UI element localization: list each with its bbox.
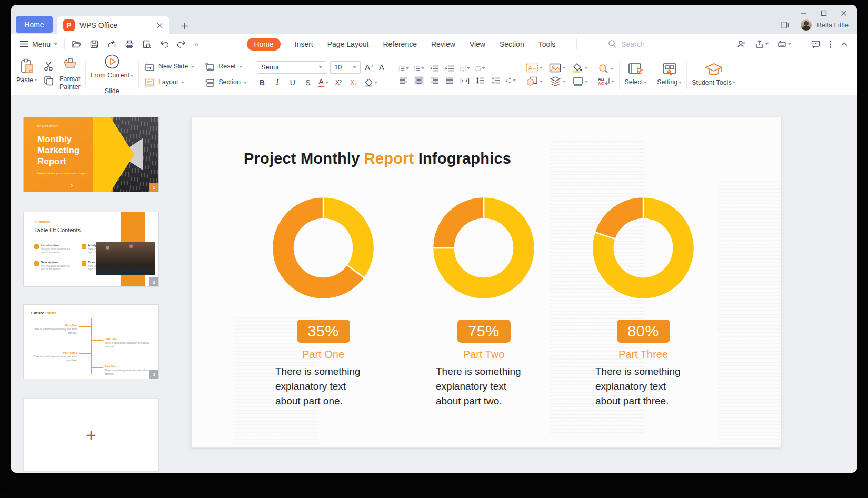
align-center-button[interactable]: [414, 76, 424, 85]
find-button[interactable]: [598, 64, 615, 74]
maximize-icon[interactable]: [820, 9, 827, 17]
menu-button[interactable]: Menu: [19, 40, 57, 48]
comment-icon[interactable]: [811, 39, 821, 49]
decrease-indent-button[interactable]: [430, 64, 440, 73]
search-input[interactable]: [621, 40, 726, 48]
slide-thumbnail-3[interactable]: Future Plans Part OneThere is something …: [23, 304, 159, 379]
tab-tools[interactable]: Tools: [538, 40, 556, 48]
clear-format-button[interactable]: [364, 77, 377, 88]
output-icon[interactable]: [107, 39, 117, 49]
copy-icon[interactable]: [43, 75, 54, 86]
document-tab-title: WPS Office: [79, 21, 152, 29]
increase-font-button[interactable]: A⁺: [364, 62, 375, 73]
share-button[interactable]: [755, 39, 769, 49]
insert-shape-button[interactable]: [526, 76, 543, 86]
font-family-select[interactable]: Seoui: [257, 61, 326, 74]
strikethrough-button[interactable]: S: [303, 77, 313, 88]
tab-section[interactable]: Section: [500, 40, 524, 48]
setting-button[interactable]: Setting: [657, 63, 682, 86]
justify-button[interactable]: [445, 76, 455, 85]
redo-icon[interactable]: [177, 39, 186, 49]
font-size-select[interactable]: 10: [330, 61, 361, 74]
new-tab-button[interactable]: [181, 22, 188, 30]
tab-view[interactable]: View: [470, 40, 485, 48]
format-painter-button[interactable]: FarmatPainter: [59, 58, 81, 91]
paragraph-spacing-button[interactable]: [491, 76, 501, 85]
more-tools-icon[interactable]: »: [194, 39, 198, 48]
add-slide-thumbnail[interactable]: +: [23, 398, 159, 472]
numbered-list-button[interactable]: 123: [414, 64, 424, 73]
tab-insert[interactable]: Insert: [295, 40, 313, 48]
text-box-outline-button[interactable]: [475, 64, 485, 73]
undo-icon[interactable]: [159, 39, 169, 49]
outline-style-button[interactable]: [572, 76, 588, 87]
spacing-options-button[interactable]: 1: [506, 76, 516, 85]
italic-button[interactable]: I: [272, 77, 283, 88]
increase-indent-button[interactable]: [445, 64, 455, 73]
reset-label: Reset: [218, 63, 236, 71]
align-left-button[interactable]: [399, 76, 409, 85]
window-controls: [800, 9, 847, 17]
sidebar-toggle-icon[interactable]: [781, 21, 790, 29]
align-right-button[interactable]: [430, 76, 440, 85]
bullet-list-icon: [399, 65, 405, 73]
timeline-tick: [91, 367, 103, 368]
part-description: There is something explanatory text abou…: [423, 364, 544, 409]
tab-close-icon[interactable]: [156, 22, 163, 29]
font-color-glyph: A: [318, 77, 324, 87]
slide-thumbnail-1[interactable]: POWERPOINT Monthly Marketing Report Here…: [23, 117, 159, 192]
account-name[interactable]: Bella Little: [817, 21, 849, 29]
insert-picture-button[interactable]: [549, 63, 565, 73]
bullet-list-button[interactable]: [399, 64, 409, 73]
cut-icon[interactable]: [43, 61, 54, 71]
select-button[interactable]: Select: [624, 63, 647, 86]
line-spacing-button[interactable]: [475, 76, 485, 85]
distribute-text-button[interactable]: [460, 76, 470, 85]
from-current-slide-button[interactable]: From CurrentSlide: [91, 54, 134, 95]
open-file-icon[interactable]: [72, 39, 82, 49]
fill-color-button[interactable]: [572, 63, 587, 73]
subscript-button[interactable]: X₂: [348, 77, 359, 88]
infographic-part-two[interactable]: 75% Part Two There is something explanat…: [423, 190, 544, 409]
document-tab[interactable]: P WPS Office: [57, 16, 169, 34]
font-color-button[interactable]: A: [318, 77, 328, 88]
collaborate-icon[interactable]: [736, 39, 746, 49]
tab-page-layout[interactable]: Page Layout: [327, 40, 369, 48]
office-photo: [96, 242, 155, 275]
infographic-part-one[interactable]: 35% Part One There is something explanat…: [263, 190, 384, 409]
superscript-button[interactable]: X²: [333, 77, 344, 88]
tab-home[interactable]: Home: [247, 38, 280, 51]
layout-button[interactable]: Layout: [144, 77, 194, 88]
new-slide-button[interactable]: New Slide: [144, 62, 194, 72]
tab-review[interactable]: Review: [431, 40, 455, 48]
student-tools-button[interactable]: Student Tools: [692, 63, 736, 87]
slides-group: New Slide Reset Layout Section: [144, 62, 247, 88]
slide-canvas[interactable]: Project Monthly Report Infographics 35% …: [191, 117, 781, 448]
section-button[interactable]: Section: [204, 77, 247, 88]
save-icon[interactable]: [89, 39, 99, 49]
infographic-part-three[interactable]: 80% Part Three There is something explan…: [583, 190, 704, 409]
text-box-button[interactable]: A: [526, 63, 543, 73]
slide-thumbnail-2[interactable]: BUSINESS Table Of Contents IntroductionH…: [23, 212, 159, 287]
new-window-button[interactable]: [777, 39, 791, 49]
minimize-icon[interactable]: [800, 9, 807, 17]
bold-button[interactable]: B: [257, 77, 267, 88]
home-launcher-button[interactable]: Home: [16, 16, 53, 33]
collapse-ribbon-icon[interactable]: [840, 40, 849, 48]
reset-button[interactable]: Reset: [204, 62, 247, 72]
paste-button[interactable]: Paste: [16, 58, 37, 84]
underline-button[interactable]: U: [287, 77, 298, 88]
avatar[interactable]: [801, 19, 812, 31]
replace-button[interactable]: AB AC: [598, 77, 615, 86]
decrease-font-button[interactable]: A⁻: [378, 62, 389, 73]
close-icon[interactable]: [840, 9, 847, 17]
more-options-icon[interactable]: [829, 39, 832, 49]
tab-reference[interactable]: Reference: [383, 40, 417, 48]
text-direction-button[interactable]: A: [460, 64, 470, 73]
search-bar[interactable]: [608, 39, 736, 48]
print-preview-icon[interactable]: [142, 39, 152, 49]
slide-title[interactable]: Project Monthly Report Infographics: [244, 150, 511, 167]
print-icon[interactable]: [125, 39, 134, 49]
font-size-value: 10: [334, 63, 342, 71]
arrange-layers-button[interactable]: [549, 76, 566, 87]
